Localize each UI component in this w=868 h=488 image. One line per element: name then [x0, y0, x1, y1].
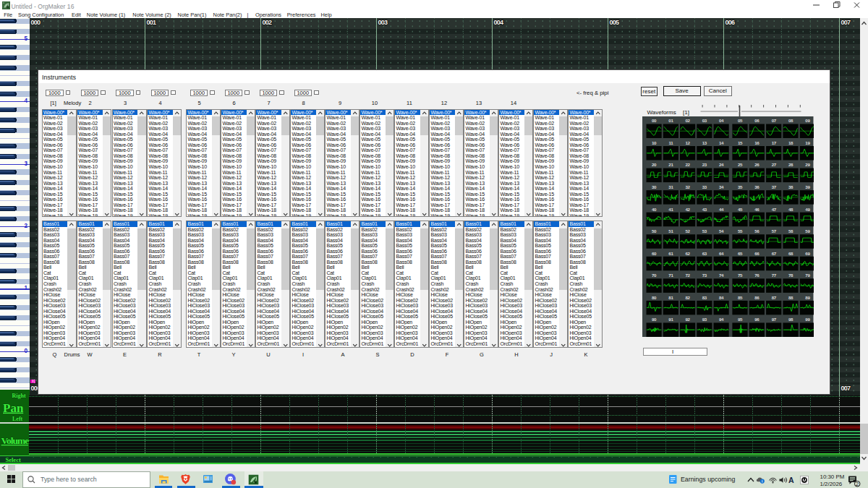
svg-text:71: 71 — [668, 273, 673, 278]
svg-text:10: 10 — [652, 140, 657, 145]
svg-text:20: 20 — [652, 162, 657, 167]
svg-text:31: 31 — [668, 184, 673, 189]
svg-text:21: 21 — [668, 162, 673, 167]
svg-text:29: 29 — [805, 162, 810, 167]
svg-text:76: 76 — [754, 273, 760, 278]
svg-text:13: 13 — [702, 140, 707, 145]
svg-text:2: 2 — [25, 223, 28, 229]
svg-text:002: 002 — [263, 19, 272, 26]
svg-text:53: 53 — [702, 228, 707, 234]
svg-text:16: 16 — [754, 140, 760, 145]
svg-text:5: 5 — [25, 35, 28, 42]
svg-text:A: A — [788, 476, 794, 484]
svg-text:00: 00 — [652, 118, 657, 123]
svg-text:42: 42 — [686, 206, 691, 211]
svg-text:63: 63 — [702, 250, 707, 255]
svg-text:28: 28 — [788, 162, 793, 167]
svg-text:02: 02 — [686, 118, 691, 123]
svg-text:96: 96 — [754, 317, 760, 322]
svg-text:74: 74 — [719, 273, 724, 278]
svg-text:003: 003 — [378, 19, 388, 26]
svg-text:77: 77 — [772, 273, 777, 278]
svg-text:004: 004 — [494, 19, 503, 26]
svg-text:92: 92 — [686, 317, 691, 322]
svg-text:56: 56 — [754, 228, 760, 234]
svg-text:19: 19 — [805, 140, 810, 145]
svg-text:93: 93 — [702, 317, 707, 322]
svg-text:05: 05 — [738, 118, 743, 123]
svg-text:78: 78 — [788, 273, 793, 278]
svg-text:08: 08 — [788, 118, 793, 123]
svg-text:85: 85 — [738, 294, 743, 299]
svg-text:12: 12 — [686, 140, 691, 145]
svg-text:73: 73 — [702, 273, 707, 278]
svg-text:04: 04 — [719, 118, 724, 123]
svg-text:000: 000 — [31, 19, 41, 26]
svg-text:43: 43 — [702, 206, 707, 211]
svg-text:01: 01 — [668, 118, 673, 123]
svg-text:61: 61 — [668, 250, 673, 255]
svg-text:37: 37 — [772, 184, 777, 189]
svg-text:57: 57 — [772, 228, 777, 234]
svg-text:49: 49 — [805, 206, 810, 211]
svg-text:34: 34 — [719, 184, 724, 189]
svg-text:59: 59 — [805, 228, 810, 234]
svg-text:83: 83 — [702, 294, 707, 299]
svg-text:60: 60 — [652, 250, 657, 255]
svg-text:95: 95 — [738, 317, 743, 322]
svg-text:87: 87 — [772, 294, 777, 299]
svg-text:54: 54 — [719, 228, 724, 234]
svg-text:45: 45 — [738, 206, 743, 211]
svg-text:007: 007 — [841, 19, 851, 26]
svg-text:007: 007 — [841, 385, 851, 392]
svg-text:17: 17 — [772, 140, 777, 145]
svg-text:81: 81 — [668, 294, 673, 299]
svg-text:55: 55 — [738, 228, 743, 234]
svg-text:09: 09 — [805, 118, 810, 123]
svg-text:32: 32 — [686, 184, 691, 189]
svg-text:24: 24 — [719, 162, 724, 167]
svg-text:68: 68 — [788, 250, 793, 255]
svg-text:11: 11 — [669, 140, 674, 145]
svg-text:Right: Right — [12, 393, 26, 399]
svg-text:99: 99 — [805, 317, 810, 322]
svg-text:67: 67 — [772, 250, 777, 255]
svg-text:70: 70 — [652, 273, 657, 278]
svg-text:65: 65 — [738, 250, 743, 255]
svg-text:005: 005 — [610, 19, 619, 26]
svg-text:66: 66 — [754, 250, 760, 255]
svg-text:64: 64 — [719, 250, 724, 255]
svg-text:40: 40 — [652, 206, 657, 211]
svg-text:52: 52 — [686, 228, 691, 234]
svg-text:36: 36 — [754, 184, 760, 189]
svg-text:006: 006 — [726, 19, 735, 26]
svg-text:Left: Left — [12, 416, 23, 422]
svg-text:50: 50 — [652, 228, 657, 234]
svg-text:79: 79 — [805, 273, 810, 278]
svg-text:001: 001 — [147, 19, 156, 26]
svg-text:98: 98 — [788, 317, 793, 322]
svg-text:72: 72 — [686, 273, 691, 278]
svg-text:94: 94 — [719, 317, 724, 322]
svg-text:Pan: Pan — [3, 401, 24, 415]
svg-text:75: 75 — [738, 273, 743, 278]
svg-text:3: 3 — [25, 160, 28, 167]
svg-text:14: 14 — [719, 140, 724, 145]
svg-text:25: 25 — [738, 162, 743, 167]
svg-text:86: 86 — [754, 294, 760, 299]
svg-text:41: 41 — [668, 206, 673, 211]
svg-text:44: 44 — [719, 206, 724, 211]
svg-text:58: 58 — [788, 228, 793, 234]
svg-text:62: 62 — [686, 250, 691, 255]
svg-text:06: 06 — [754, 118, 760, 123]
svg-text:0: 0 — [25, 348, 28, 354]
svg-text:18: 18 — [788, 140, 793, 145]
svg-text:69: 69 — [805, 250, 810, 255]
svg-text:84: 84 — [719, 294, 724, 299]
svg-text:82: 82 — [686, 294, 691, 299]
svg-text:51: 51 — [668, 228, 673, 234]
svg-text:88: 88 — [788, 294, 793, 299]
svg-text:46: 46 — [754, 206, 760, 211]
svg-text:91: 91 — [668, 317, 673, 322]
svg-text:23: 23 — [702, 162, 707, 167]
